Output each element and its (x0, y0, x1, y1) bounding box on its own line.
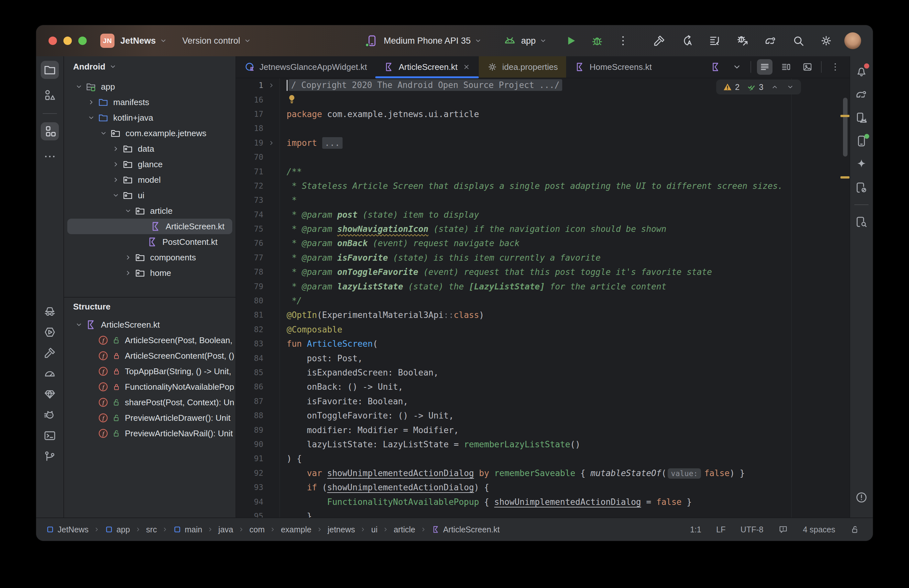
code-line-72[interactable]: 72 * Stateless Article Screen that displ… (236, 179, 849, 193)
structure-item[interactable]: fPreviewArticleDrawer(): Unit (64, 410, 236, 426)
app-inspection-icon[interactable] (853, 213, 870, 230)
project-tree-item-app[interactable]: app (64, 79, 236, 94)
chevron-down-icon[interactable] (85, 113, 98, 122)
code-line-80[interactable]: 80 */ (236, 294, 849, 308)
structure-item[interactable]: fsharePost(Post, Context): Un (64, 394, 236, 410)
structure-tool-icon[interactable] (41, 122, 59, 141)
search-everywhere-icon[interactable] (792, 34, 805, 47)
editor-options-icon[interactable] (827, 59, 843, 75)
file-writable-icon[interactable] (850, 525, 860, 534)
tab-idea-properties[interactable]: idea.properties (479, 56, 566, 78)
project-tree-item-kotlin-java[interactable]: kotlin+java (64, 110, 236, 126)
code-line-16[interactable]: 16 (236, 92, 849, 107)
breadcrumb-item-article[interactable]: article (394, 525, 415, 534)
structure-item[interactable]: fArticleScreen(Post, Boolean, (64, 333, 236, 348)
project-tool-icon[interactable] (41, 61, 59, 79)
fold-arrow-icon[interactable] (263, 139, 279, 147)
code-line-88[interactable]: 88 onToggleFavorite: () -> Unit, (236, 409, 849, 423)
code-line-75[interactable]: 75 * @param showNavigationIcon (state) i… (236, 222, 849, 236)
tab-jetnewsglanceappwidget-kt[interactable]: JetnewsGlanceAppWidget.kt (236, 56, 375, 78)
code-line-86[interactable]: 86 onBack: () -> Unit, (236, 380, 849, 394)
file-encoding[interactable]: UTF-8 (741, 525, 764, 534)
code-view-button[interactable] (757, 59, 772, 75)
editor-scrollbar[interactable] (843, 98, 848, 157)
debug-button[interactable] (591, 34, 604, 47)
code-line-17[interactable]: 17package com.example.jetnews.ui.article (236, 107, 849, 121)
chevron-right-icon[interactable] (122, 253, 134, 262)
code-line-89[interactable]: 89 modifier: Modifier = Modifier, (236, 423, 849, 437)
breadcrumb-item-jetnews[interactable]: JetNews (46, 525, 89, 534)
code-line-78[interactable]: 78 * @param onToggleFavorite (event) req… (236, 265, 849, 279)
run-tasks-icon[interactable] (709, 34, 722, 47)
code-line-82[interactable]: 82@Composable (236, 323, 849, 337)
warning-stripe-mark[interactable] (840, 176, 849, 179)
code-line-77[interactable]: 77 * @param isFavorite (state) is this i… (236, 250, 849, 265)
fold-arrow-icon[interactable] (263, 81, 279, 89)
breadcrumb-item-src[interactable]: src (146, 525, 157, 534)
breadcrumb-item-example[interactable]: example (281, 525, 312, 534)
attach-debugger-icon[interactable] (736, 34, 749, 47)
gradle-icon[interactable] (853, 86, 870, 103)
structure-item[interactable]: fFunctionalityNotAvailablePop (64, 379, 236, 394)
hidden-tabs-dropdown-icon[interactable] (729, 59, 745, 75)
problems-icon[interactable] (853, 489, 870, 506)
code-line-90[interactable]: 90 lazyListState: LazyListState = rememb… (236, 437, 849, 452)
tab-homescreens-kt[interactable]: HomeScreens.kt (566, 56, 660, 78)
settings-gear-icon[interactable] (820, 34, 833, 47)
caret-position[interactable]: 1:1 (690, 525, 701, 534)
warnings-count[interactable]: 2 (723, 82, 739, 92)
app-quality-insights-icon[interactable] (42, 304, 58, 320)
chevron-right-icon[interactable] (109, 145, 122, 153)
device-manager-icon[interactable] (853, 109, 870, 126)
minimize-window-button[interactable] (63, 37, 72, 45)
code-line-18[interactable]: 18 (236, 121, 849, 136)
run-button[interactable] (564, 34, 577, 47)
chevron-down-icon[interactable] (73, 320, 86, 329)
zoom-window-button[interactable] (78, 37, 87, 45)
close-window-button[interactable] (48, 37, 57, 45)
inspection-widget[interactable]: 2 3 (716, 79, 801, 94)
resource-manager-icon[interactable] (41, 86, 59, 104)
split-view-button[interactable] (778, 59, 794, 75)
project-name-menu[interactable]: JetNews (120, 36, 156, 46)
code-line-94[interactable]: 94 FunctionalityNotAvailablePopup { show… (236, 494, 849, 509)
profiler-icon[interactable] (42, 365, 58, 382)
project-tree-item-manifests[interactable]: manifests (64, 94, 236, 110)
chevron-right-icon[interactable] (109, 176, 122, 184)
code-line-87[interactable]: 87 isFavorite: Boolean, (236, 394, 849, 409)
apply-changes-icon[interactable] (681, 34, 694, 47)
project-tree-item-data[interactable]: data (64, 141, 236, 157)
version-control-tool-icon[interactable] (42, 448, 58, 464)
device-mirror-icon[interactable] (853, 179, 870, 196)
project-tree-item-postcontent-kt[interactable]: PostContent.kt (64, 234, 236, 250)
user-avatar[interactable] (844, 32, 861, 49)
current-file-kotlin-icon[interactable] (708, 59, 723, 75)
project-view-selector[interactable]: Android (73, 62, 105, 72)
intention-bulb-icon[interactable] (287, 94, 297, 104)
close-tab-icon[interactable] (463, 63, 470, 71)
highlighting-level-icon[interactable] (778, 525, 788, 534)
chevron-down-icon[interactable] (109, 191, 122, 200)
notifications-bell-icon[interactable] (853, 63, 870, 79)
breadcrumb-item-java[interactable]: java (218, 525, 233, 534)
gradle-sync-icon[interactable] (764, 34, 777, 47)
terminal-icon[interactable] (42, 428, 58, 444)
code-editor[interactable]: 1/ Copyright 2020 The Android Open Sourc… (236, 78, 849, 517)
structure-item[interactable]: fPreviewArticleNavRail(): Unit (64, 426, 236, 441)
project-tree-item-articlescreen-kt[interactable]: ArticleScreen.kt (67, 219, 232, 234)
logcat-icon[interactable] (42, 407, 58, 423)
code-line-95[interactable]: 95 } (236, 509, 849, 517)
project-tree-item-components[interactable]: components (64, 250, 236, 265)
passed-checks-count[interactable]: 3 (747, 82, 764, 92)
chevron-right-icon[interactable] (109, 160, 122, 168)
project-tree-item-model[interactable]: model (64, 172, 236, 187)
tab-articlescreen-kt[interactable]: ArticleScreen.kt (375, 56, 479, 78)
code-line-93[interactable]: 93 if (showUnimplementedActionDialog) { (236, 480, 849, 494)
run-configuration-selector[interactable]: app (521, 36, 536, 46)
next-problem-button[interactable] (786, 83, 794, 91)
project-tree-item-article[interactable]: article (64, 203, 236, 219)
code-line-19[interactable]: 19import ... (236, 136, 849, 150)
chevron-right-icon[interactable] (85, 98, 98, 107)
code-line-91[interactable]: 91) { (236, 452, 849, 466)
breadcrumb-item-ui[interactable]: ui (371, 525, 377, 534)
